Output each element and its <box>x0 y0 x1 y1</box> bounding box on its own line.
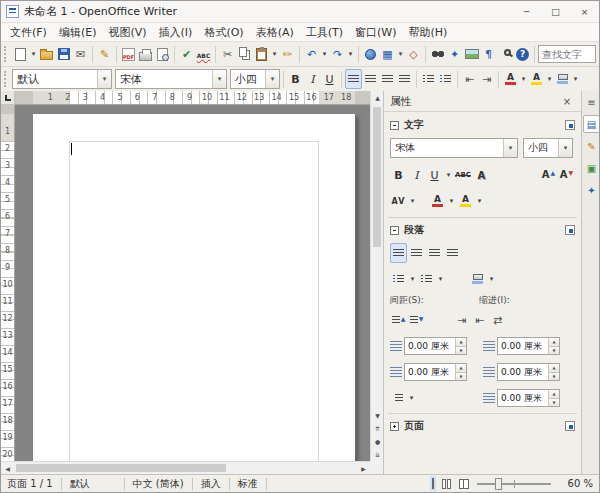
page-section-header[interactable]: 页面 <box>384 417 581 435</box>
tab-gallery[interactable]: ▣ <box>583 159 600 177</box>
cut-button[interactable]: ✂ <box>219 44 236 64</box>
expand-icon[interactable] <box>390 422 399 431</box>
sidebar-highlighting-button[interactable]: A <box>457 191 474 211</box>
chevron-down-icon[interactable]: ▾ <box>265 70 279 88</box>
sidebar-align-center-button[interactable] <box>408 243 425 263</box>
toolbar-grip[interactable] <box>4 71 9 87</box>
vertical-scrollbar[interactable]: ▲ ▼ ⇈ ● ⇊ <box>370 91 383 461</box>
align-center-button[interactable] <box>362 69 379 89</box>
paste-dropdown[interactable]: ▾ <box>270 44 279 64</box>
email-document-button[interactable]: ✉ <box>72 44 89 64</box>
find-text-input[interactable] <box>538 45 596 63</box>
close-button[interactable]: × <box>570 1 599 22</box>
text-section-header[interactable]: 文字 <box>384 116 581 134</box>
tab-properties[interactable]: ▤ <box>583 115 600 133</box>
toolbar-grip[interactable] <box>4 46 9 62</box>
view-multiple-pages-button[interactable] <box>442 479 451 489</box>
horizontal-scrollbar[interactable]: ◀ ▶ <box>1 461 370 474</box>
view-book-mode-button[interactable] <box>459 479 469 489</box>
export-pdf-button[interactable]: PDF <box>120 44 137 64</box>
indent-first-line-input[interactable]: 0.00 厘米 <box>498 392 548 405</box>
numbering-button[interactable] <box>420 69 437 89</box>
indent-after-spinner[interactable]: ▲▼ <box>548 364 559 380</box>
tab-styles[interactable]: ✎ <box>583 137 600 155</box>
insert-table-button[interactable]: ▦ <box>379 44 396 64</box>
format-paintbrush-button[interactable]: ✏ <box>279 44 296 64</box>
navigator-button[interactable]: ✦ <box>446 44 463 64</box>
chevron-down-icon[interactable]: ▾ <box>558 139 572 157</box>
menu-tools[interactable]: 工具(T) <box>300 23 349 42</box>
sidebar-bullets-button[interactable] <box>390 269 407 289</box>
underline-button[interactable]: U <box>321 69 338 89</box>
sidebar-font-color-dropdown[interactable]: ▾ <box>447 191 456 211</box>
zoom-slider-thumb[interactable] <box>495 478 502 490</box>
horizontal-ruler[interactable]: 123456789101112131415161718 <box>15 91 370 105</box>
line-spacing-button[interactable] <box>390 388 407 408</box>
sidebar-settings-icon[interactable]: ≡ <box>583 93 600 111</box>
document-canvas[interactable] <box>15 105 370 461</box>
zoom-slider[interactable] <box>477 483 551 485</box>
view-single-page-button[interactable] <box>432 478 434 489</box>
font-name-combo[interactable]: 宋体 ▾ <box>115 69 227 89</box>
indent-first-line-spinner[interactable]: ▲▼ <box>548 390 559 406</box>
font-size-combo[interactable]: 小四 ▾ <box>230 69 280 89</box>
sidebar-highlighting-dropdown[interactable]: ▾ <box>475 191 484 211</box>
chevron-down-icon[interactable]: ▾ <box>503 139 517 157</box>
menu-insert[interactable]: 插入(I) <box>153 23 199 42</box>
ruler-corner[interactable] <box>1 91 15 105</box>
statusbar-page-style[interactable]: 默认 <box>70 477 116 491</box>
edit-file-button[interactable]: ✎ <box>96 44 113 64</box>
align-right-button[interactable] <box>379 69 396 89</box>
spellcheck-button[interactable]: ✔ <box>178 44 195 64</box>
paste-button[interactable] <box>253 44 270 64</box>
paragraph-style-combo[interactable]: 默认 ▾ <box>12 69 112 89</box>
paragraph-dialog-launcher-icon[interactable] <box>565 225 575 235</box>
sidebar-underline-button[interactable]: U <box>426 165 443 185</box>
character-spacing-button[interactable]: AV <box>390 191 407 211</box>
show-draw-functions-button[interactable]: ◇ <box>405 44 422 64</box>
decrease-spacing-button[interactable]: ▼ <box>408 310 425 330</box>
statusbar-page-number[interactable]: 页面 1 / 1 <box>7 477 53 491</box>
new-document-dropdown[interactable]: ▾ <box>29 44 38 64</box>
chevron-down-icon[interactable]: ▾ <box>212 70 226 88</box>
vertical-ruler[interactable]: 1234567891011121314151617181920 <box>1 105 15 461</box>
paragraph-background-dropdown[interactable]: ▾ <box>487 269 496 289</box>
sidebar-font-size-combo[interactable]: 小四 ▾ <box>523 138 573 158</box>
gallery-button[interactable] <box>463 44 480 64</box>
sidebar-strikethrough-button[interactable]: ABC <box>454 165 472 185</box>
statusbar-selection-mode[interactable]: 标准 <box>238 477 258 491</box>
italic-button[interactable]: I <box>304 69 321 89</box>
character-spacing-dropdown[interactable]: ▾ <box>408 191 417 211</box>
align-left-button[interactable] <box>345 69 362 89</box>
shrink-font-button[interactable]: A▼ <box>558 165 575 185</box>
open-button[interactable] <box>38 44 55 64</box>
collapse-icon[interactable] <box>390 226 399 235</box>
zoom-level[interactable]: 60 % <box>559 478 593 489</box>
collapse-icon[interactable] <box>390 121 399 130</box>
hyperlink-button[interactable] <box>362 44 379 64</box>
sidebar-numbering-dropdown[interactable]: ▾ <box>436 269 445 289</box>
sidebar-italic-button[interactable]: I <box>408 165 425 185</box>
indent-after-input[interactable]: 0.00 厘米 <box>498 366 548 379</box>
spacing-below-input[interactable]: 0.00 厘米 <box>405 366 455 379</box>
sidebar-align-left-button[interactable] <box>390 243 407 263</box>
menu-format[interactable]: 格式(O) <box>198 23 249 42</box>
sidebar-align-right-button[interactable] <box>426 243 443 263</box>
copy-button[interactable] <box>236 44 253 64</box>
tab-navigator[interactable]: ✦ <box>583 181 600 199</box>
auto-spellcheck-button[interactable]: ABC <box>195 44 212 64</box>
spacing-below-spinner[interactable]: ▲▼ <box>455 364 466 380</box>
statusbar-language[interactable]: 中文 (简体) <box>133 477 184 491</box>
sidebar-shadow-button[interactable]: A <box>473 165 490 185</box>
zoom-button[interactable] <box>497 44 514 64</box>
horizontal-scroll-thumb[interactable] <box>16 464 226 472</box>
bullets-button[interactable] <box>437 69 454 89</box>
highlighting-dropdown[interactable]: ▾ <box>545 69 554 89</box>
save-button[interactable] <box>55 44 72 64</box>
spacing-above-spinner[interactable]: ▲▼ <box>455 338 466 354</box>
increase-spacing-button[interactable]: ▲ <box>390 310 407 330</box>
menu-table[interactable]: 表格(A) <box>250 23 300 42</box>
sidebar-font-color-button[interactable]: A <box>429 191 446 211</box>
align-justify-button[interactable] <box>396 69 413 89</box>
sidebar-close-icon[interactable]: × <box>559 93 575 109</box>
